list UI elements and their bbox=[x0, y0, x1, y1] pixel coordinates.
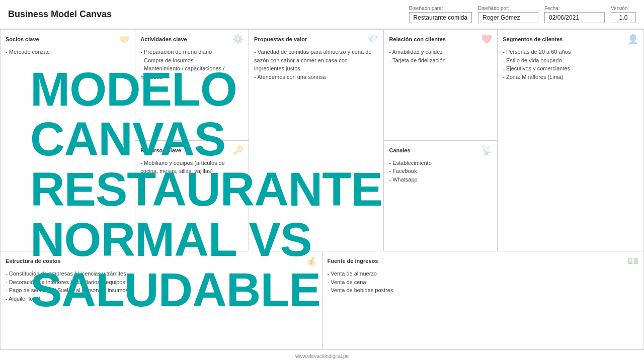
canvas-top: Socios clave 🤝 Mercado conzac Actividade… bbox=[1, 30, 643, 251]
estructura-costos-title: Estructura de costos 💰 bbox=[6, 255, 317, 266]
canales-cell: Canales 📡 EstablecimientoFacebookWhatsap… bbox=[384, 141, 497, 251]
segmentos-clientes-title: Segmentos de clientes 👤 bbox=[503, 34, 638, 45]
actividades-clave-cell: Actividades clave ⚙️ Preparación de menú… bbox=[135, 30, 249, 141]
list-item: Amabilidad y calidez bbox=[389, 48, 492, 56]
propuestas-valor-cell: Propuestas de valor 💎 Variedad de comida… bbox=[249, 30, 384, 251]
socios-clave-content: Mercado conzac bbox=[6, 48, 130, 56]
socios-icon: 🤝 bbox=[119, 34, 130, 45]
actividades-icon: ⚙️ bbox=[232, 34, 244, 45]
canvas-bottom: Estructura de costos 💰 Constitución de e… bbox=[1, 251, 643, 349]
list-item: Whatsapp bbox=[389, 175, 492, 184]
designed-by-group: Diseñado por: Roger Gómez bbox=[478, 6, 538, 23]
list-item: Mobiliario y equipos (artículos de cocin… bbox=[140, 159, 244, 175]
date-group: Fecha: 02/06/2021 bbox=[544, 6, 605, 23]
list-item: Atendemos con una sonrisa bbox=[254, 73, 378, 81]
designed-by-value: Roger Gómez bbox=[478, 12, 538, 23]
relacion-clientes-content: Amabilidad y calidezTarjeta de fidelizac… bbox=[389, 48, 492, 64]
propuestas-icon: 💎 bbox=[367, 34, 378, 45]
socios-clave-title: Socios clave 🤝 bbox=[6, 34, 130, 45]
fuente-icon: 💵 bbox=[627, 255, 638, 266]
list-item: Venta de almuerzo bbox=[328, 269, 639, 278]
list-item: Facebook bbox=[389, 167, 492, 175]
recursos-clave-content: Mobiliario y equipos (artículos de cocin… bbox=[140, 159, 244, 175]
list-item: Mercado conzac bbox=[6, 48, 130, 56]
list-item: Ejecutivos y comerciantes bbox=[503, 64, 638, 73]
recursos-icon: 🔑 bbox=[232, 145, 244, 156]
relacion-clientes-title: Relación con clientes ❤️ bbox=[389, 34, 492, 45]
designed-for-label: Diseñado para: bbox=[409, 6, 443, 11]
propuestas-valor-content: Variedad de comidas para almuerzo y cena… bbox=[254, 48, 378, 81]
socios-clave-cell: Socios clave 🤝 Mercado conzac bbox=[1, 30, 135, 251]
canales-icon: 📡 bbox=[481, 145, 492, 156]
estructura-icon: 💰 bbox=[306, 255, 317, 266]
canvas: Socios clave 🤝 Mercado conzac Actividade… bbox=[0, 29, 644, 350]
list-item: Preparación de menú diario bbox=[140, 48, 244, 56]
list-item: Mantenimiento / capacitaciones / habilid… bbox=[140, 64, 244, 81]
list-item: Tarjeta de fidelización bbox=[389, 56, 492, 65]
estructura-costos-cell: Estructura de costos 💰 Constitución de e… bbox=[1, 251, 323, 349]
version-group: Versión: 1.0 bbox=[611, 6, 636, 23]
list-item: Compra de insumos bbox=[140, 56, 244, 65]
segmentos-clientes-content: Personas de 20 a 60 añosEstilo de vida o… bbox=[503, 48, 638, 81]
list-item: Venta de cena bbox=[328, 278, 639, 287]
list-item: Personas de 20 a 60 años bbox=[503, 48, 638, 56]
page-title: Business Model Canvas bbox=[8, 9, 112, 20]
actividades-recursos-col: Actividades clave ⚙️ Preparación de menú… bbox=[135, 30, 249, 251]
header: Business Model Canvas Diseñado para: Res… bbox=[0, 0, 644, 29]
date-value: 02/06/2021 bbox=[544, 12, 605, 23]
list-item: Decoración de interiores / Mobiliarios y… bbox=[6, 278, 317, 287]
list-item: Pago de servicios / Sueldo al personal /… bbox=[6, 286, 317, 295]
canales-title: Canales 📡 bbox=[389, 145, 492, 156]
version-label: Versión: bbox=[611, 6, 629, 11]
version-value: 1.0 bbox=[611, 12, 636, 23]
relacion-icon: ❤️ bbox=[481, 34, 492, 45]
footer: www.elevaciondigital.pe bbox=[0, 350, 644, 362]
estructura-costos-content: Constitución de empresas / Licencias y t… bbox=[6, 269, 317, 303]
actividades-clave-title: Actividades clave ⚙️ bbox=[140, 34, 244, 45]
canales-content: EstablecimientoFacebookWhatsapp bbox=[389, 159, 492, 184]
list-item: Venta de bebidas postres bbox=[328, 286, 639, 295]
designed-by-label: Diseñado por: bbox=[478, 6, 509, 11]
fuente-ingresos-content: Venta de almuerzoVenta de cenaVenta de b… bbox=[328, 269, 639, 295]
fuente-ingresos-title: Fuente de ingresos 💵 bbox=[328, 255, 639, 266]
propuestas-valor-title: Propuestas de valor 💎 bbox=[254, 34, 378, 45]
actividades-clave-content: Preparación de menú diarioCompra de insu… bbox=[140, 48, 244, 81]
list-item: Establecimiento bbox=[389, 159, 492, 167]
relacion-canales-col: Relación con clientes ❤️ Amabilidad y ca… bbox=[384, 30, 498, 251]
footer-website: www.elevaciondigital.pe bbox=[295, 353, 349, 359]
list-item: Zona: Miraflores (Lima) bbox=[503, 73, 638, 81]
list-item: Estilo de vida ocupado bbox=[503, 56, 638, 65]
date-label: Fecha: bbox=[544, 6, 560, 11]
recursos-clave-title: Recursos clave 🔑 bbox=[140, 145, 244, 156]
list-item: Constitución de empresas / Licencias y t… bbox=[6, 269, 317, 278]
segmentos-clientes-cell: Segmentos de clientes 👤 Personas de 20 a… bbox=[498, 30, 643, 251]
recursos-clave-cell: Recursos clave 🔑 Mobiliario y equipos (a… bbox=[135, 141, 249, 251]
segmentos-icon: 👤 bbox=[627, 34, 638, 45]
designed-for-value: Restaurante comida bbox=[409, 12, 472, 23]
header-fields: Diseñado para: Restaurante comida Diseña… bbox=[112, 6, 636, 23]
relacion-clientes-cell: Relación con clientes ❤️ Amabilidad y ca… bbox=[384, 30, 497, 141]
list-item: Variedad de comidas para almuerzo y cena… bbox=[254, 48, 378, 73]
list-item: Alquiler local bbox=[6, 295, 317, 303]
designed-for-group: Diseñado para: Restaurante comida bbox=[409, 6, 472, 23]
fuente-ingresos-cell: Fuente de ingresos 💵 Venta de almuerzoVe… bbox=[323, 251, 644, 349]
